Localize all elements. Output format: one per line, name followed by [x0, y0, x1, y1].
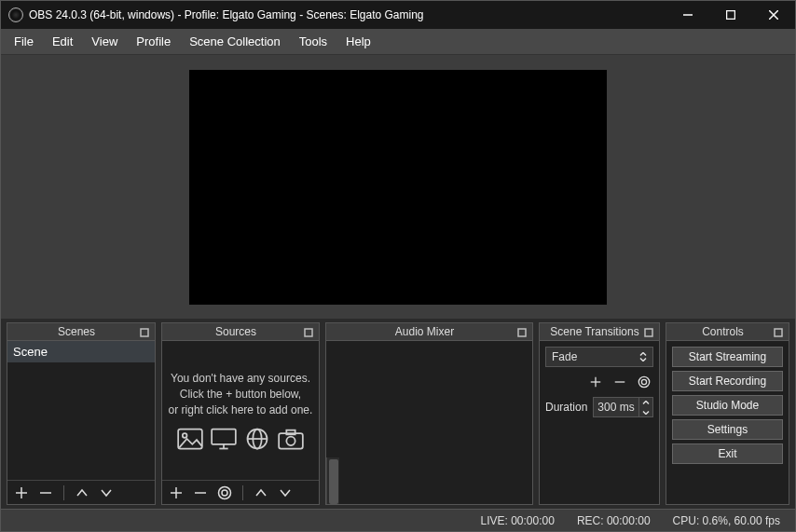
preview-canvas[interactable] — [189, 70, 607, 305]
sources-toolbar — [162, 480, 319, 504]
mixer-content[interactable] — [326, 341, 532, 457]
duration-input[interactable] — [594, 401, 638, 414]
mixer-scrollbar[interactable] — [326, 457, 339, 504]
sources-empty-message[interactable]: You don't have any sources. Click the + … — [162, 341, 319, 480]
sources-empty-line3: or right click here to add one. — [169, 402, 313, 418]
mixer-header: Audio Mixer — [325, 322, 533, 341]
dock-toggle-icon[interactable] — [644, 327, 653, 336]
move-source-down-button[interactable] — [277, 484, 294, 501]
image-icon — [177, 428, 203, 450]
duration-label: Duration — [545, 401, 587, 414]
sources-header: Sources — [161, 322, 320, 341]
transitions-panel: Scene Transitions Fade — [539, 322, 660, 505]
menu-view[interactable]: View — [82, 31, 127, 52]
duration-down-button[interactable] — [639, 407, 652, 416]
dock-toggle-icon[interactable] — [304, 327, 313, 336]
source-placeholder-icons — [177, 428, 304, 450]
svg-rect-32 — [775, 329, 782, 336]
status-cpu: CPU: 0.6%, 60.00 fps — [673, 514, 780, 527]
combo-stepper-icon — [639, 352, 647, 361]
source-properties-button[interactable] — [216, 484, 233, 501]
toolbar-separator — [242, 485, 243, 500]
menu-help[interactable]: Help — [336, 31, 380, 52]
status-live: LIVE: 00:00:00 — [480, 514, 554, 527]
controls-header-title: Controls — [672, 325, 774, 338]
move-source-up-button[interactable] — [253, 484, 269, 501]
camera-icon — [278, 428, 304, 450]
title-bar: OBS 24.0.3 (64-bit, windows) - Profile: … — [1, 1, 795, 29]
scenes-header: Scenes — [7, 322, 156, 341]
menu-file[interactable]: File — [5, 31, 43, 52]
sources-empty-line2: Click the + button below, — [180, 387, 301, 402]
move-scene-down-button[interactable] — [98, 484, 115, 501]
svg-point-30 — [641, 379, 646, 384]
mixer-header-title: Audio Mixer — [332, 325, 517, 338]
move-scene-up-button[interactable] — [74, 484, 90, 501]
start-streaming-button[interactable]: Start Streaming — [672, 347, 783, 367]
studio-mode-button[interactable]: Studio Mode — [672, 395, 783, 416]
close-button[interactable] — [752, 1, 795, 29]
status-bar: LIVE: 00:00:00 REC: 00:00:00 CPU: 0.6%, … — [1, 509, 795, 531]
status-rec: REC: 00:00:00 — [577, 514, 651, 527]
start-recording-button[interactable]: Start Recording — [672, 371, 783, 391]
controls-panel: Controls Start Streaming Start Recording… — [666, 322, 789, 505]
monitor-icon — [211, 428, 237, 450]
svg-rect-1 — [727, 11, 735, 20]
sources-panel: Sources You don't have any sources. Clic… — [161, 322, 320, 505]
transition-properties-button[interactable] — [635, 373, 653, 391]
remove-source-button[interactable] — [192, 484, 209, 501]
duration-spinner[interactable] — [593, 397, 653, 417]
exit-button[interactable]: Exit — [672, 443, 783, 464]
sources-header-title: Sources — [168, 325, 304, 338]
remove-scene-button[interactable] — [37, 484, 54, 501]
menu-tools[interactable]: Tools — [290, 31, 336, 52]
add-transition-button[interactable] — [586, 373, 605, 391]
scenes-header-title: Scenes — [13, 325, 140, 338]
window-title: OBS 24.0.3 (64-bit, windows) - Profile: … — [29, 8, 424, 21]
scene-list[interactable]: Scene — [7, 341, 155, 480]
menu-scene-collection[interactable]: Scene Collection — [180, 31, 290, 52]
svg-point-23 — [222, 490, 227, 496]
scenes-panel: Scenes Scene — [7, 322, 156, 505]
minimize-button[interactable] — [666, 1, 709, 29]
scene-item[interactable]: Scene — [7, 341, 155, 362]
svg-rect-8 — [305, 329, 312, 336]
svg-rect-11 — [212, 429, 236, 443]
svg-point-18 — [286, 436, 295, 444]
duration-up-button[interactable] — [639, 398, 652, 407]
menu-bar: File Edit View Profile Scene Collection … — [1, 29, 795, 55]
svg-rect-19 — [286, 430, 295, 434]
menu-profile[interactable]: Profile — [127, 31, 180, 52]
transitions-header: Scene Transitions — [539, 322, 660, 341]
scenes-toolbar — [7, 480, 155, 504]
transition-select[interactable]: Fade — [545, 347, 653, 367]
svg-rect-25 — [518, 329, 526, 336]
dock-toggle-icon[interactable] — [774, 327, 783, 336]
controls-header: Controls — [666, 322, 789, 341]
svg-point-10 — [183, 433, 187, 438]
svg-rect-17 — [279, 433, 303, 448]
menu-edit[interactable]: Edit — [43, 31, 82, 52]
settings-button[interactable]: Settings — [672, 419, 783, 440]
svg-point-31 — [638, 376, 649, 387]
dock-toggle-icon[interactable] — [517, 327, 527, 336]
docks-row: Scenes Scene Sourc — [1, 319, 795, 509]
obs-logo-icon — [8, 7, 23, 22]
add-scene-button[interactable] — [13, 484, 30, 501]
remove-transition-button[interactable] — [611, 373, 629, 391]
scrollbar-thumb[interactable] — [329, 459, 338, 504]
preview-area — [1, 55, 795, 319]
svg-rect-4 — [141, 329, 148, 336]
add-source-button[interactable] — [168, 484, 185, 501]
svg-rect-26 — [645, 329, 652, 336]
transitions-header-title: Scene Transitions — [545, 325, 644, 338]
svg-point-24 — [219, 486, 231, 498]
dock-toggle-icon[interactable] — [140, 327, 149, 336]
toolbar-separator — [63, 485, 64, 500]
sources-empty-line1: You don't have any sources. — [171, 371, 310, 387]
globe-icon — [244, 428, 270, 450]
obs-window: OBS 24.0.3 (64-bit, windows) - Profile: … — [0, 0, 796, 532]
transition-selected-value: Fade — [552, 350, 577, 363]
audio-mixer-panel: Audio Mixer — [325, 322, 533, 505]
maximize-button[interactable] — [709, 1, 752, 29]
